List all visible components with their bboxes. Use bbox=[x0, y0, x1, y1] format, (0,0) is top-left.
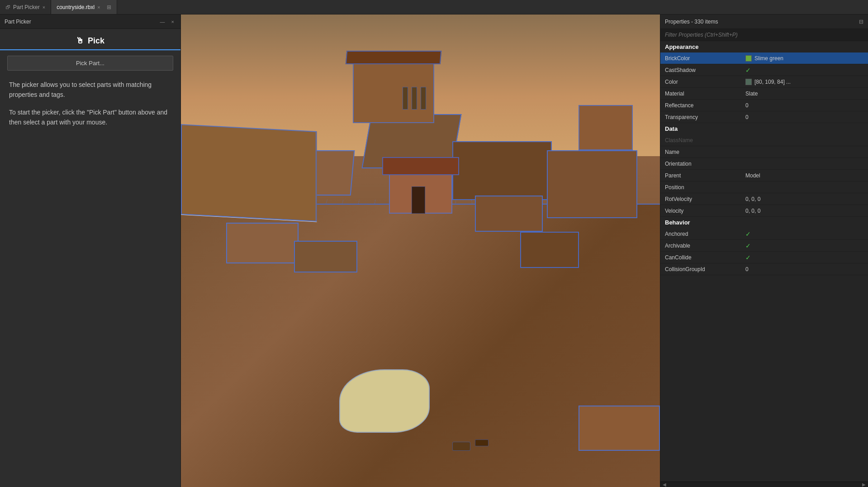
prop-name-reflectance: Reflectance bbox=[660, 100, 742, 110]
prop-value-castshadow: ✓ bbox=[742, 65, 868, 76]
prop-row-cancollide[interactable]: CanCollide ✓ bbox=[660, 252, 868, 263]
archivable-check: ✓ bbox=[745, 242, 751, 249]
prop-value-name bbox=[742, 150, 868, 154]
panel-controls: — × bbox=[158, 18, 176, 25]
prop-row-position[interactable]: Position bbox=[660, 181, 868, 193]
prop-name-material: Material bbox=[660, 89, 742, 99]
info-paragraph-1: The picker allows you to select parts wi… bbox=[9, 80, 171, 100]
left-panel-title-text: Part Picker bbox=[5, 19, 31, 25]
prop-value-orientation bbox=[742, 162, 868, 166]
viewport[interactable] bbox=[181, 14, 660, 487]
section-data: Data bbox=[660, 123, 868, 134]
prop-name-castshadow: CastShadow bbox=[660, 65, 742, 75]
properties-title: Properties - 330 items bbox=[665, 19, 718, 25]
info-paragraph-2: To start the picker, click the "Pick Par… bbox=[9, 107, 171, 128]
scroll-right-arrow[interactable]: ▶ bbox=[861, 482, 867, 487]
building-main-roof bbox=[346, 51, 442, 64]
prop-value-cancollide: ✓ bbox=[742, 252, 868, 263]
prop-row-anchored[interactable]: Anchored ✓ bbox=[660, 228, 868, 240]
tab-countryside-label: countryside.rbxl bbox=[57, 4, 95, 10]
pick-icon: 🖱 bbox=[76, 36, 84, 46]
prop-row-collisiongroupid[interactable]: CollisionGroupId 0 bbox=[660, 263, 868, 275]
prop-name-name: Name bbox=[660, 147, 742, 157]
properties-list: Appearance BrickColor Slime green CastSh… bbox=[660, 41, 868, 482]
terrain-left bbox=[181, 124, 317, 222]
scroll-left-arrow[interactable]: ◀ bbox=[661, 482, 668, 487]
main-layout: Part Picker — × 🖱 Pick Pick Part... The … bbox=[0, 14, 868, 487]
tile-6 bbox=[520, 232, 579, 268]
prop-value-collisiongroupid: 0 bbox=[742, 264, 868, 274]
prop-row-classname[interactable]: ClassName bbox=[660, 134, 868, 146]
prop-row-color[interactable]: Color [80, 109, 84] ... bbox=[660, 76, 868, 88]
sandy-patch bbox=[339, 369, 430, 433]
tab-part-picker[interactable]: 🗗 Part Picker × bbox=[0, 0, 51, 14]
panel-scrollbar-horizontal[interactable]: ◀ ▶ bbox=[660, 482, 868, 487]
stone-1 bbox=[452, 442, 470, 451]
tab-countryside-expand[interactable]: ⊞ bbox=[107, 4, 111, 10]
prop-name-brickcolor: BrickColor bbox=[660, 53, 742, 63]
hut-roof bbox=[382, 157, 459, 175]
tab-countryside[interactable]: countryside.rbxl × ⊞ bbox=[51, 0, 117, 14]
prop-row-material[interactable]: Material Slate bbox=[660, 88, 868, 100]
building-right bbox=[579, 105, 633, 150]
panel-close-btn[interactable]: × bbox=[170, 18, 176, 25]
castshadow-check: ✓ bbox=[745, 67, 751, 74]
prop-name-archivable: Archivable bbox=[660, 241, 742, 251]
prop-name-parent: Parent bbox=[660, 171, 742, 181]
pick-title: 🖱 Pick bbox=[76, 36, 104, 46]
prop-name-classname: ClassName bbox=[660, 135, 742, 145]
terrain-tile-4 bbox=[547, 150, 637, 218]
prop-value-velocity: 0, 0, 0 bbox=[742, 206, 868, 216]
info-text: The picker allows you to select parts wi… bbox=[0, 72, 180, 142]
properties-expand-btn[interactable]: ⊟ bbox=[859, 19, 863, 25]
prop-row-rotvelocity[interactable]: RotVelocity 0, 0, 0 bbox=[660, 193, 868, 205]
prop-row-orientation[interactable]: Orientation bbox=[660, 158, 868, 170]
tab-part-picker-label: Part Picker bbox=[13, 4, 40, 10]
tile-8 bbox=[294, 241, 357, 272]
prop-value-transparency: 0 bbox=[742, 112, 868, 122]
prop-name-color: Color bbox=[660, 77, 742, 87]
prop-value-rotvelocity: 0, 0, 0 bbox=[742, 194, 868, 204]
tab-countryside-close[interactable]: × bbox=[97, 5, 100, 10]
prop-value-archivable: ✓ bbox=[742, 240, 868, 251]
hut-door bbox=[412, 186, 425, 214]
prop-name-cancollide: CanCollide bbox=[660, 253, 742, 263]
prop-row-name[interactable]: Name bbox=[660, 146, 868, 158]
brickcolor-swatch bbox=[745, 55, 752, 62]
prop-value-position bbox=[742, 186, 868, 189]
tile-5 bbox=[475, 196, 543, 232]
right-panel: Properties - 330 items ⊟ Appearance Bric… bbox=[660, 14, 868, 487]
tab-part-picker-minimize[interactable]: 🗗 bbox=[5, 5, 10, 10]
prop-value-brickcolor: Slime green bbox=[742, 53, 868, 63]
stone-2 bbox=[475, 439, 489, 446]
prop-value-color: [80, 109, 84] ... bbox=[742, 77, 868, 87]
tab-bar: 🗗 Part Picker × countryside.rbxl × ⊞ bbox=[0, 0, 868, 14]
prop-row-parent[interactable]: Parent Model bbox=[660, 170, 868, 181]
prop-row-archivable[interactable]: Archivable ✓ bbox=[660, 240, 868, 252]
scene-3d bbox=[181, 14, 660, 487]
prop-value-classname bbox=[742, 138, 868, 142]
tab-part-picker-close[interactable]: × bbox=[43, 5, 45, 10]
anchored-check: ✓ bbox=[745, 230, 751, 238]
prop-row-brickcolor[interactable]: BrickColor Slime green bbox=[660, 53, 868, 64]
tile-9 bbox=[579, 406, 660, 451]
left-panel: Part Picker — × 🖱 Pick Pick Part... The … bbox=[0, 14, 181, 487]
pick-part-button[interactable]: Pick Part... bbox=[7, 56, 173, 71]
tile-7 bbox=[226, 223, 299, 263]
prop-name-anchored: Anchored bbox=[660, 229, 742, 239]
prop-row-reflectance[interactable]: Reflectance 0 bbox=[660, 100, 868, 111]
pillar-2 bbox=[412, 87, 417, 110]
pick-title-label: Pick bbox=[88, 36, 104, 46]
prop-name-collisiongroupid: CollisionGroupId bbox=[660, 264, 742, 274]
prop-row-velocity[interactable]: Velocity 0, 0, 0 bbox=[660, 205, 868, 217]
prop-name-transparency: Transparency bbox=[660, 112, 742, 122]
prop-row-transparency[interactable]: Transparency 0 bbox=[660, 111, 868, 123]
pillar-1 bbox=[403, 87, 408, 110]
panel-minimize-btn[interactable]: — bbox=[158, 18, 167, 25]
prop-name-orientation: Orientation bbox=[660, 159, 742, 169]
prop-value-reflectance: 0 bbox=[742, 100, 868, 110]
section-appearance: Appearance bbox=[660, 41, 868, 53]
prop-name-rotvelocity: RotVelocity bbox=[660, 194, 742, 204]
prop-row-castshadow[interactable]: CastShadow ✓ bbox=[660, 64, 868, 76]
filter-properties-input[interactable] bbox=[660, 29, 868, 41]
